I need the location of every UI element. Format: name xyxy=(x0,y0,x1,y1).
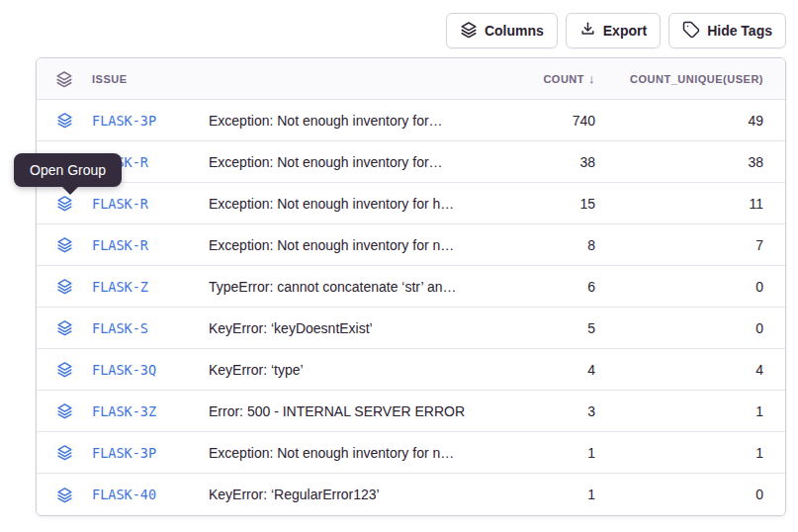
column-header-count-unique[interactable]: COUNT_UNIQUE(USER) xyxy=(595,73,763,85)
count-value: 4 xyxy=(482,362,595,378)
table-header-row: ISSUE COUNT↓ COUNT_UNIQUE(USER) xyxy=(37,58,785,100)
count-unique-value: 1 xyxy=(595,445,763,461)
table-row: FLASK-3P Exception: Not enough inventory… xyxy=(37,100,785,141)
open-group-stack-icon[interactable] xyxy=(37,112,92,129)
issue-link[interactable]: FLASK-R xyxy=(92,237,209,253)
tooltip-label: Open Group xyxy=(30,162,106,178)
count-value: 1 xyxy=(482,487,595,502)
table-row: FLASK-40 KeyError: ‘RegularError123’ 1 0 xyxy=(37,474,785,515)
open-group-stack-icon[interactable] xyxy=(37,319,92,336)
count-value: 1 xyxy=(482,445,595,461)
open-group-stack-icon[interactable] xyxy=(37,278,92,295)
open-group-stack-icon[interactable] xyxy=(37,236,92,253)
table-row: FLASK-R Exception: Not enough inventory … xyxy=(37,224,785,266)
table-row: FLASK-R Exception: Not enough inventory … xyxy=(37,141,785,183)
issue-link[interactable]: FLASK-S xyxy=(92,320,209,336)
hide-tags-button[interactable]: Hide Tags xyxy=(668,13,786,48)
columns-button[interactable]: Columns xyxy=(446,13,558,48)
count-unique-value: 0 xyxy=(595,487,763,502)
issue-link[interactable]: FLASK-3P xyxy=(92,113,209,129)
count-value: 15 xyxy=(482,196,595,212)
open-group-tooltip: Open Group xyxy=(14,153,122,187)
issue-title: Error: 500 - INTERNAL SERVER ERROR xyxy=(209,403,482,419)
count-unique-value: 7 xyxy=(595,237,763,253)
issue-link[interactable]: FLASK-3Z xyxy=(92,403,209,419)
issue-title: Exception: Not enough inventory for… xyxy=(209,154,482,170)
table-row: FLASK-R Exception: Not enough inventory … xyxy=(37,183,785,224)
open-group-stack-icon[interactable] xyxy=(37,361,92,378)
columns-button-label: Columns xyxy=(485,23,544,39)
sort-descending-icon: ↓ xyxy=(588,71,595,86)
stack-icon[interactable] xyxy=(37,70,92,88)
issue-title: KeyError: ‘RegularError123’ xyxy=(209,487,482,502)
count-unique-value: 49 xyxy=(595,113,763,129)
download-icon xyxy=(579,21,596,41)
count-value: 8 xyxy=(482,237,595,253)
count-header-label: COUNT xyxy=(543,73,584,85)
export-button[interactable]: Export xyxy=(566,13,661,48)
hide-tags-button-label: Hide Tags xyxy=(707,23,772,39)
count-unique-value: 38 xyxy=(595,154,763,170)
issue-link[interactable]: FLASK-3Q xyxy=(92,362,209,378)
open-group-stack-icon[interactable] xyxy=(37,402,92,419)
tooltip-caret xyxy=(61,186,79,195)
issue-title: Exception: Not enough inventory for… xyxy=(209,113,482,129)
table-row: FLASK-3Q KeyError: ‘type’ 4 4 xyxy=(37,349,785,391)
export-button-label: Export xyxy=(603,23,647,39)
table-body: FLASK-3P Exception: Not enough inventory… xyxy=(37,100,785,515)
toolbar: Columns Export Hide Tags xyxy=(446,13,786,48)
table-row: FLASK-3Z Error: 500 - INTERNAL SERVER ER… xyxy=(37,391,785,432)
issue-title: Exception: Not enough inventory for n… xyxy=(209,237,482,253)
issue-title: Exception: Not enough inventory for h… xyxy=(209,196,482,212)
results-table: ISSUE COUNT↓ COUNT_UNIQUE(USER) FLASK-3P… xyxy=(36,57,786,516)
open-group-stack-icon[interactable] xyxy=(37,444,92,461)
count-unique-value: 0 xyxy=(595,279,763,295)
column-header-issue[interactable]: ISSUE xyxy=(92,73,209,85)
count-value: 6 xyxy=(482,279,595,295)
count-unique-value: 0 xyxy=(595,320,763,336)
tag-icon xyxy=(682,21,700,42)
count-value: 3 xyxy=(482,403,595,419)
issue-link[interactable]: FLASK-R xyxy=(92,196,209,212)
column-header-count[interactable]: COUNT↓ xyxy=(482,71,595,86)
count-value: 740 xyxy=(482,113,595,129)
issue-link[interactable]: FLASK-Z xyxy=(92,279,209,295)
issue-title: TypeError: cannot concatenate ‘str’ an… xyxy=(209,279,482,295)
stack-icon xyxy=(460,21,478,42)
open-group-stack-icon[interactable] xyxy=(37,195,92,212)
issue-title: KeyError: ‘keyDoesntExist’ xyxy=(209,320,482,336)
issue-title: Exception: Not enough inventory for n… xyxy=(209,445,482,461)
open-group-stack-icon[interactable] xyxy=(37,487,92,503)
count-unique-value: 1 xyxy=(595,403,763,419)
issue-link[interactable]: FLASK-3P xyxy=(92,445,209,461)
issue-link[interactable]: FLASK-40 xyxy=(92,487,209,502)
count-value: 5 xyxy=(482,320,595,336)
table-row: FLASK-S KeyError: ‘keyDoesntExist’ 5 0 xyxy=(37,308,785,349)
count-value: 38 xyxy=(482,154,595,170)
issue-title: KeyError: ‘type’ xyxy=(209,362,482,378)
count-unique-value: 4 xyxy=(595,362,763,378)
table-row: FLASK-Z TypeError: cannot concatenate ‘s… xyxy=(37,266,785,308)
table-row: FLASK-3P Exception: Not enough inventory… xyxy=(37,432,785,474)
count-unique-value: 11 xyxy=(595,196,763,212)
